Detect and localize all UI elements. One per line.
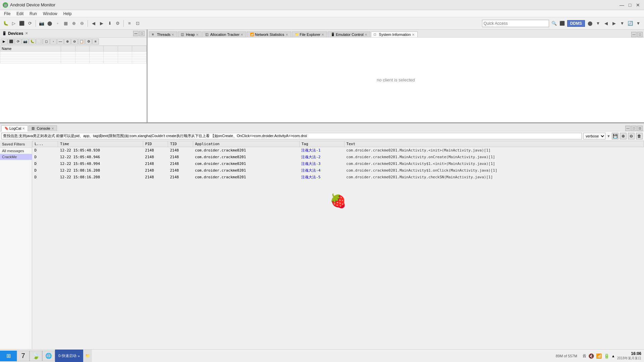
toolbar-right-icon-8[interactable]: ▼ (635, 20, 641, 26)
toolbar-right-icon-3[interactable]: ▼ (595, 20, 601, 26)
table-row[interactable]: D12-22 15:05:40.93021482148com.droider.c… (33, 147, 644, 154)
taskbar-folder-btn[interactable]: 📁 (83, 350, 92, 362)
tab-network[interactable]: 📶 Network Statistics ✕ (247, 32, 291, 37)
bottom-maximize-btn[interactable]: □ (631, 126, 637, 131)
tab-file-close[interactable]: ✕ (321, 33, 324, 37)
table-row[interactable]: D12-22 15:05:40.94621482148com.droider.c… (33, 154, 644, 161)
btab-logcat[interactable]: 🔖 LogCat ✕ (1, 125, 28, 131)
close-button[interactable]: ✕ (635, 2, 641, 8)
tray-icon-3[interactable]: 🔋 (604, 353, 609, 359)
btab-console[interactable]: ▥ Console ✕ (29, 125, 57, 131)
toolbar-icon-1[interactable]: 🐛 (3, 20, 9, 26)
verbose-select[interactable]: verbose debug info warn error (583, 133, 605, 139)
toolbar-icon-8[interactable]: ▦ (63, 20, 69, 26)
toolbar-icon-9[interactable]: ⊕ (71, 20, 77, 26)
toolbar-icon-7[interactable]: ◦ (55, 20, 61, 26)
tab-threads[interactable]: ≡ Threads ✕ (149, 32, 177, 37)
toolbar-icon-4[interactable]: ⟳ (27, 20, 33, 26)
menu-help[interactable]: Help (61, 11, 74, 17)
tab-heap-close[interactable]: ✕ (196, 33, 199, 37)
toolbar-right-icon-2[interactable]: ⬤ (587, 20, 593, 26)
tray-icon-1[interactable]: 🔇 (588, 353, 594, 359)
dev-btn-3[interactable]: ⟳ (15, 39, 21, 45)
taskbar-7-btn[interactable]: 7 (17, 351, 30, 361)
ddms-button[interactable]: DDMS (567, 20, 585, 27)
menu-file[interactable]: File (1, 11, 13, 17)
tray-expand[interactable]: ▲ (611, 354, 615, 358)
toolbar-icon-10[interactable]: ⊖ (79, 20, 85, 26)
toolbar-right-icon-7[interactable]: 🔄 (627, 20, 633, 26)
log-table-wrapper[interactable]: L... Time PID TID Application Tag Text (32, 141, 644, 362)
dev-btn-9[interactable]: — (57, 39, 64, 45)
logcat-filter-input[interactable] (1, 133, 582, 139)
quick-launch-btn[interactable]: 0-快速启动 » (55, 350, 83, 362)
verbose-dropdown-icon[interactable]: ▼ (607, 134, 610, 138)
dev-btn-2[interactable]: ⬛ (8, 39, 14, 45)
table-row[interactable]: D12-22 15:05:40.99421482148com.droider.c… (33, 161, 644, 167)
log-remove-btn[interactable]: ⊖ (628, 133, 635, 139)
tab-heap[interactable]: ◫ Heap ✕ (178, 32, 201, 37)
tray-icon-2[interactable]: 📶 (596, 353, 602, 359)
tabs-maximize-btn[interactable]: □ (637, 32, 643, 37)
toolbar-icon-15[interactable]: ≡ (126, 20, 132, 26)
tab-allocation-close[interactable]: ✕ (240, 33, 243, 37)
tab-emulator-close[interactable]: ✕ (365, 33, 367, 37)
taskbar-browser-btn[interactable]: 🌐 (42, 351, 55, 361)
toolbar-right-icon-5[interactable]: ▶ (611, 20, 617, 26)
minimize-button[interactable]: — (619, 2, 625, 8)
tab-file[interactable]: 📁 File Explorer ✕ (292, 32, 327, 37)
bottom-minimize-btn[interactable]: — (625, 126, 631, 131)
quick-access-search-icon[interactable]: 🔍 (551, 20, 557, 26)
toolbar-icon-2[interactable]: ▷ (11, 20, 17, 26)
btab-logcat-close[interactable]: ✕ (22, 127, 25, 130)
dev-btn-4[interactable]: 📷 (22, 39, 29, 45)
dev-btn-5[interactable]: 🐛 (29, 39, 36, 45)
toolbar-right-icon-1[interactable]: ⬛ (559, 20, 565, 26)
log-clear-btn[interactable]: 🗑 (636, 133, 643, 139)
tab-allocation[interactable]: ◫ Allocation Tracker ✕ (202, 32, 246, 37)
dev-btn-14[interactable]: ≡ (92, 39, 99, 45)
toolbar-icon-16[interactable]: ⊡ (135, 20, 141, 26)
quick-access-input[interactable] (482, 20, 549, 27)
table-row[interactable]: D12-22 15:08:16.20821482148com.droider.c… (33, 167, 644, 174)
dev-btn-10[interactable]: ⊕ (64, 39, 71, 45)
dev-btn-6[interactable]: ⬜ (36, 39, 43, 45)
toolbar-icon-14[interactable]: ⚙ (115, 20, 121, 26)
tab-sysinfo[interactable]: □ System Information ✕ (371, 32, 418, 38)
filter-all-messages[interactable]: All messages (0, 148, 32, 154)
table-row[interactable] (0, 62, 147, 63)
dev-btn-8[interactable]: ◦ (50, 39, 57, 45)
toolbar-icon-5[interactable]: 📷 (39, 20, 45, 26)
toolbar-icon-11[interactable]: ◀ (91, 20, 97, 26)
toolbar-icon-6[interactable]: ⬤ (47, 20, 53, 26)
dev-btn-12[interactable]: 📋 (78, 39, 85, 45)
log-save-btn[interactable]: 💾 (612, 133, 619, 139)
tabs-minimize-btn[interactable]: — (631, 32, 637, 37)
toolbar-icon-12[interactable]: ▶ (99, 20, 105, 26)
toolbar-icon-3[interactable]: ⬛ (19, 20, 25, 26)
devices-minimize-btn[interactable]: — (133, 31, 139, 36)
start-button[interactable]: ⊞ (0, 351, 17, 361)
btab-console-close[interactable]: ✕ (51, 127, 54, 130)
toolbar-right-icon-4[interactable]: ◀ (603, 20, 609, 26)
maximize-button[interactable]: □ (627, 2, 633, 8)
dev-btn-11[interactable]: ⊖ (71, 39, 78, 45)
dev-btn-1[interactable]: ▶ (1, 39, 7, 45)
devices-maximize-btn[interactable]: □ (139, 31, 145, 36)
tab-threads-close[interactable]: ✕ (171, 33, 174, 37)
dev-btn-13[interactable]: ⚙ (85, 39, 92, 45)
taskbar-leaf-btn[interactable]: 🍃 (30, 351, 42, 361)
menu-run[interactable]: Run (27, 11, 40, 17)
menu-edit[interactable]: Edit (14, 11, 26, 17)
menu-window[interactable]: Window (40, 11, 60, 17)
bottom-close-btn[interactable]: ⊡ (637, 126, 643, 131)
dev-btn-7[interactable]: ◻ (43, 39, 50, 45)
log-add-btn[interactable]: ⊕ (620, 133, 627, 139)
table-row[interactable]: D12-22 15:08:16.20821482148com.droider.c… (33, 174, 644, 181)
filter-crackme[interactable]: CrackMe (0, 154, 32, 160)
tab-sysinfo-close[interactable]: ✕ (412, 33, 415, 37)
tab-emulator[interactable]: 📱 Emulator Control ✕ (328, 32, 370, 37)
tab-network-close[interactable]: ✕ (285, 33, 288, 37)
toolbar-icon-13[interactable]: ⬇ (107, 20, 113, 26)
toolbar-right-icon-6[interactable]: ▼ (619, 20, 625, 26)
